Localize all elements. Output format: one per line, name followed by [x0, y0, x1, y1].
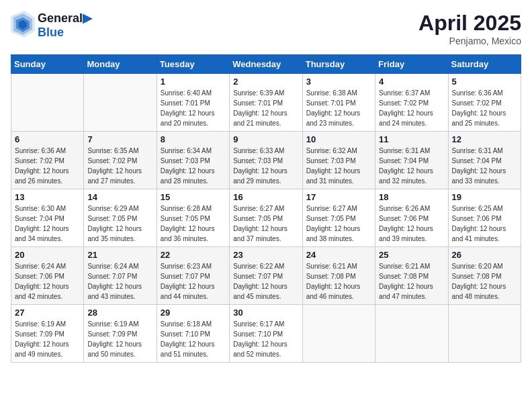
sunrise-text: Sunrise: 6:27 AM	[233, 203, 298, 214]
sunset-text: Sunset: 7:05 PM	[161, 214, 226, 224]
day-number: 4	[379, 77, 444, 87]
sunrise-text: Sunrise: 6:21 AM	[379, 261, 444, 271]
sunrise-text: Sunrise: 6:39 AM	[233, 88, 298, 98]
logo-line2: Blue	[38, 26, 92, 40]
calendar-cell: 12Sunrise: 6:31 AMSunset: 7:04 PMDayligh…	[448, 132, 521, 189]
day-number: 26	[452, 250, 517, 260]
sunrise-text: Sunrise: 6:37 AM	[379, 88, 444, 98]
sunset-text: Sunset: 7:03 PM	[161, 156, 226, 166]
calendar-cell: 7Sunrise: 6:35 AMSunset: 7:02 PMDaylight…	[84, 132, 157, 189]
daylight-text: Daylight: 12 hours and 36 minutes.	[161, 224, 226, 244]
sunrise-text: Sunrise: 6:20 AM	[452, 261, 517, 271]
sunset-text: Sunset: 7:08 PM	[379, 271, 444, 281]
calendar-cell: 19Sunrise: 6:25 AMSunset: 7:06 PMDayligh…	[448, 189, 521, 247]
sunrise-text: Sunrise: 6:29 AM	[87, 203, 152, 214]
sunrise-text: Sunrise: 6:36 AM	[15, 146, 80, 156]
day-info: Sunrise: 6:34 AMSunset: 7:03 PMDaylight:…	[161, 146, 226, 186]
day-number: 9	[233, 134, 298, 144]
day-number: 14	[87, 192, 152, 202]
sunrise-text: Sunrise: 6:21 AM	[306, 261, 371, 271]
day-number: 13	[15, 192, 80, 202]
day-info: Sunrise: 6:17 AMSunset: 7:10 PMDaylight:…	[233, 319, 298, 359]
daylight-text: Daylight: 12 hours and 28 minutes.	[161, 166, 226, 186]
header-friday: Friday	[375, 55, 448, 74]
calendar-cell: 17Sunrise: 6:27 AMSunset: 7:05 PMDayligh…	[302, 189, 375, 247]
title-block: April 2025 Penjamo, Mexico	[418, 11, 521, 46]
daylight-text: Daylight: 12 hours and 49 minutes.	[15, 339, 80, 359]
sunrise-text: Sunrise: 6:30 AM	[15, 203, 80, 214]
day-number: 28	[87, 308, 152, 318]
calendar-cell	[375, 305, 448, 363]
sunrise-text: Sunrise: 6:27 AM	[306, 203, 371, 214]
day-number: 29	[161, 308, 226, 318]
sunrise-text: Sunrise: 6:31 AM	[452, 146, 517, 156]
daylight-text: Daylight: 12 hours and 52 minutes.	[233, 339, 298, 359]
day-info: Sunrise: 6:38 AMSunset: 7:01 PMDaylight:…	[306, 88, 371, 128]
day-number: 18	[379, 192, 444, 202]
day-number: 2	[233, 77, 298, 87]
calendar-cell: 25Sunrise: 6:21 AMSunset: 7:08 PMDayligh…	[375, 247, 448, 305]
calendar-cell: 26Sunrise: 6:20 AMSunset: 7:08 PMDayligh…	[448, 247, 521, 305]
sunrise-text: Sunrise: 6:24 AM	[15, 261, 80, 271]
day-info: Sunrise: 6:21 AMSunset: 7:08 PMDaylight:…	[379, 261, 444, 302]
day-info: Sunrise: 6:35 AMSunset: 7:02 PMDaylight:…	[87, 146, 152, 186]
day-info: Sunrise: 6:36 AMSunset: 7:02 PMDaylight:…	[15, 146, 80, 186]
sunset-text: Sunset: 7:01 PM	[161, 98, 226, 108]
daylight-text: Daylight: 12 hours and 24 minutes.	[379, 108, 444, 128]
day-info: Sunrise: 6:39 AMSunset: 7:01 PMDaylight:…	[233, 88, 298, 128]
calendar-cell: 30Sunrise: 6:17 AMSunset: 7:10 PMDayligh…	[230, 305, 302, 363]
calendar-header-row: Sunday Monday Tuesday Wednesday Thursday…	[11, 55, 521, 74]
sunset-text: Sunset: 7:08 PM	[452, 271, 517, 281]
day-info: Sunrise: 6:27 AMSunset: 7:05 PMDaylight:…	[306, 203, 371, 244]
calendar-cell: 24Sunrise: 6:21 AMSunset: 7:08 PMDayligh…	[302, 247, 375, 305]
calendar-cell: 10Sunrise: 6:32 AMSunset: 7:03 PMDayligh…	[302, 132, 375, 189]
day-info: Sunrise: 6:25 AMSunset: 7:06 PMDaylight:…	[452, 203, 517, 244]
sunset-text: Sunset: 7:09 PM	[15, 329, 80, 339]
sunrise-text: Sunrise: 6:40 AM	[161, 88, 226, 98]
header-monday: Monday	[84, 55, 157, 74]
calendar-cell: 11Sunrise: 6:31 AMSunset: 7:04 PMDayligh…	[375, 132, 448, 189]
calendar-cell: 4Sunrise: 6:37 AMSunset: 7:02 PMDaylight…	[375, 74, 448, 132]
sunset-text: Sunset: 7:01 PM	[233, 98, 298, 108]
day-number: 11	[379, 134, 444, 144]
day-number: 23	[233, 250, 298, 260]
day-info: Sunrise: 6:28 AMSunset: 7:05 PMDaylight:…	[161, 203, 226, 244]
day-info: Sunrise: 6:19 AMSunset: 7:09 PMDaylight:…	[87, 319, 152, 359]
sunset-text: Sunset: 7:08 PM	[306, 271, 371, 281]
daylight-text: Daylight: 12 hours and 23 minutes.	[306, 108, 371, 128]
sunset-text: Sunset: 7:07 PM	[87, 271, 152, 281]
day-number: 1	[161, 77, 226, 87]
day-number: 7	[87, 134, 152, 144]
daylight-text: Daylight: 12 hours and 42 minutes.	[15, 281, 80, 302]
sunset-text: Sunset: 7:01 PM	[306, 98, 371, 108]
calendar-cell	[448, 305, 521, 363]
header-sunday: Sunday	[11, 55, 84, 74]
day-number: 15	[161, 192, 226, 202]
sunset-text: Sunset: 7:04 PM	[15, 214, 80, 224]
calendar-cell: 2Sunrise: 6:39 AMSunset: 7:01 PMDaylight…	[230, 74, 302, 132]
header-thursday: Thursday	[302, 55, 375, 74]
daylight-text: Daylight: 12 hours and 45 minutes.	[233, 281, 298, 302]
calendar-week-row: 27Sunrise: 6:19 AMSunset: 7:09 PMDayligh…	[11, 305, 521, 363]
sunset-text: Sunset: 7:02 PM	[87, 156, 152, 166]
sunrise-text: Sunrise: 6:24 AM	[87, 261, 152, 271]
day-info: Sunrise: 6:37 AMSunset: 7:02 PMDaylight:…	[379, 88, 444, 128]
day-info: Sunrise: 6:29 AMSunset: 7:05 PMDaylight:…	[87, 203, 152, 244]
day-number: 22	[161, 250, 226, 260]
sunrise-text: Sunrise: 6:19 AM	[87, 319, 152, 329]
day-number: 10	[306, 134, 371, 144]
sunrise-text: Sunrise: 6:26 AM	[379, 203, 444, 214]
day-number: 19	[452, 192, 517, 202]
calendar-cell: 23Sunrise: 6:22 AMSunset: 7:07 PMDayligh…	[230, 247, 302, 305]
daylight-text: Daylight: 12 hours and 27 minutes.	[87, 166, 152, 186]
day-number: 24	[306, 250, 371, 260]
header-wednesday: Wednesday	[230, 55, 302, 74]
day-number: 5	[452, 77, 517, 87]
calendar-week-row: 1Sunrise: 6:40 AMSunset: 7:01 PMDaylight…	[11, 74, 521, 132]
sunrise-text: Sunrise: 6:35 AM	[87, 146, 152, 156]
sunrise-text: Sunrise: 6:34 AM	[161, 146, 226, 156]
daylight-text: Daylight: 12 hours and 20 minutes.	[161, 108, 226, 128]
day-number: 27	[15, 308, 80, 318]
daylight-text: Daylight: 12 hours and 39 minutes.	[379, 224, 444, 244]
calendar-cell: 27Sunrise: 6:19 AMSunset: 7:09 PMDayligh…	[11, 305, 84, 363]
